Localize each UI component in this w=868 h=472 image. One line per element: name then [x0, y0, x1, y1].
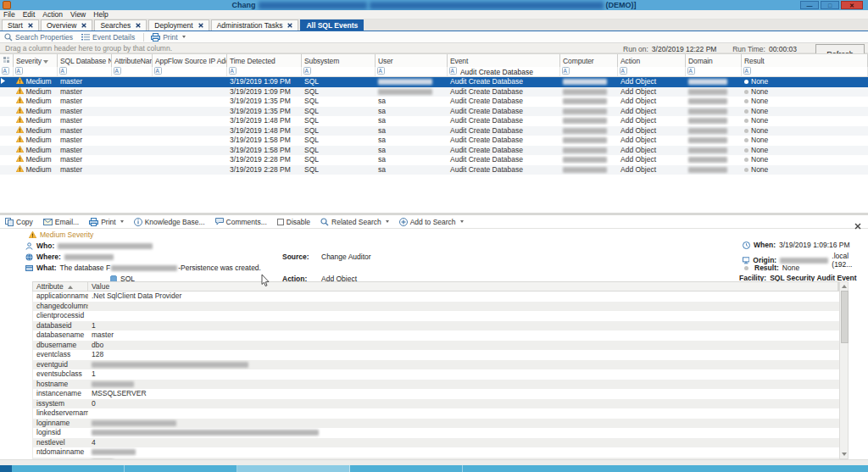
- filter-cell-domain[interactable]: A: [686, 67, 742, 77]
- tab-close-icon[interactable]: [287, 23, 292, 28]
- column-header-computer[interactable]: Computer: [560, 54, 618, 68]
- scroll-down-icon[interactable]: [842, 453, 847, 456]
- maximize-button[interactable]: □: [821, 1, 839, 9]
- attribute-row[interactable]: instancenameMSSQLSERVER: [33, 389, 840, 399]
- add-to-search-button[interactable]: Add to Search: [399, 218, 464, 226]
- event-row[interactable]: Mediummaster3/19/2019 1:09 PMSQLAudit Cr…: [0, 87, 868, 97]
- attribute-row[interactable]: databasenamemaster: [33, 330, 840, 341]
- taskbar-button[interactable]: [125, 465, 237, 472]
- tab-administration-tasks[interactable]: Administration Tasks: [211, 19, 299, 31]
- taskbar-button[interactable]: [237, 465, 350, 472]
- event-row[interactable]: Mediummaster3/19/2019 1:48 PMSQLsaAudit …: [0, 116, 868, 126]
- details-close-button[interactable]: [854, 218, 861, 233]
- column-header-subsystem[interactable]: Subsystem: [302, 54, 376, 68]
- attribute-row[interactable]: loginname: [33, 419, 840, 429]
- filter-cell-sql-database-name[interactable]: A: [58, 67, 112, 77]
- menu-item-help[interactable]: Help: [93, 10, 108, 19]
- filter-cell-severity[interactable]: A: [14, 67, 58, 77]
- attribute-row[interactable]: dbusernamedbo: [33, 341, 840, 351]
- attribute-row[interactable]: changedcolumns: [33, 302, 840, 312]
- tab-close-icon[interactable]: [198, 23, 203, 28]
- menu-item-action[interactable]: Action: [42, 10, 63, 19]
- related-search-button[interactable]: Related Search: [320, 218, 389, 226]
- tab-close-icon[interactable]: [136, 23, 141, 28]
- column-header-user[interactable]: User: [376, 54, 448, 68]
- scrollbar-thumb[interactable]: [841, 291, 849, 343]
- attribute-row[interactable]: hostname: [33, 380, 840, 390]
- taskbar-button[interactable]: [350, 465, 463, 472]
- event-row[interactable]: Mediummaster3/19/2019 1:58 PMSQLsaAudit …: [0, 136, 868, 146]
- filter-cell-computer[interactable]: A: [560, 67, 618, 77]
- knowledge-base-button[interactable]: Knowledge Base...: [134, 218, 205, 226]
- attribute-row[interactable]: eventclass128: [33, 350, 840, 360]
- attribute-row[interactable]: databaseid1: [33, 321, 840, 331]
- event-row[interactable]: Mediummaster3/19/2019 1:48 PMSQLsaAudit …: [0, 126, 868, 136]
- minimize-button[interactable]: —: [800, 1, 819, 9]
- scroll-up-icon[interactable]: [842, 285, 847, 288]
- filter-cell-attributename[interactable]: A: [112, 67, 153, 77]
- column-header-appflow-source-ip-address[interactable]: AppFlow Source IP Address: [153, 54, 227, 68]
- event-row[interactable]: Mediummaster3/19/2019 1:35 PMSQLsaAudit …: [0, 97, 868, 107]
- tab-searches[interactable]: Searches: [94, 19, 147, 31]
- attribute-row[interactable]: nestlevel4: [33, 438, 840, 448]
- filter-cell-appflow-source-ip-address[interactable]: A: [153, 67, 227, 77]
- menu-item-file[interactable]: File: [3, 10, 15, 19]
- cell-indicator: [0, 165, 14, 175]
- column-header-result[interactable]: Result: [742, 54, 868, 68]
- attribute-name: eventclass: [33, 350, 88, 360]
- attribute-row[interactable]: eventsubclass1: [33, 369, 840, 380]
- close-button[interactable]: ✕: [841, 1, 863, 9]
- event-row[interactable]: Mediummaster3/19/2019 1:35 PMSQLsaAudit …: [0, 107, 868, 117]
- tab-start[interactable]: Start: [2, 19, 39, 31]
- column-header-sql-database-name[interactable]: SQL Database Name: [58, 54, 112, 68]
- event-row[interactable]: Mediummaster3/19/2019 1:09 PMSQLAudit Cr…: [0, 77, 868, 87]
- tab-close-icon[interactable]: [28, 23, 33, 28]
- event-row[interactable]: Mediummaster3/19/2019 2:28 PMSQLsaAudit …: [0, 155, 868, 165]
- event-row[interactable]: Mediummaster3/19/2019 1:58 PMSQLsaAudit …: [0, 146, 868, 156]
- button-label: Related Search: [331, 218, 381, 226]
- attribute-column-header[interactable]: Attribute: [33, 282, 88, 291]
- copy-button[interactable]: Copy: [5, 218, 33, 226]
- tab-all-sql-events[interactable]: All SQL Events: [300, 19, 364, 31]
- attribute-row[interactable]: linkedservername: [33, 408, 840, 419]
- comments-button[interactable]: Comments...: [215, 218, 267, 226]
- detail-horizontal-scrollbar[interactable]: [0, 459, 868, 465]
- column-header-severity[interactable]: Severity: [14, 54, 58, 68]
- column-header-domain[interactable]: Domain: [686, 54, 742, 68]
- filter-cell-user[interactable]: A: [376, 67, 448, 77]
- attribute-row[interactable]: ntdomainname: [33, 447, 840, 458]
- menu-item-edit[interactable]: Edit: [23, 10, 36, 19]
- attribute-table-scrollbar[interactable]: [839, 281, 849, 459]
- filter-cell-indicator[interactable]: A: [0, 67, 14, 77]
- column-header-action[interactable]: Action: [618, 54, 686, 68]
- attribute-row[interactable]: applicationname.Net SqlClient Data Provi…: [33, 292, 840, 302]
- email-button[interactable]: Email...: [43, 218, 79, 226]
- print-button[interactable]: Print: [89, 218, 123, 226]
- tab-close-icon[interactable]: [81, 23, 86, 28]
- start-button[interactable]: [0, 465, 12, 472]
- attribute-row[interactable]: clientprocessid: [33, 311, 840, 321]
- row-indicator-header[interactable]: [0, 54, 14, 68]
- attribute-row[interactable]: loginsid: [33, 428, 840, 438]
- attribute-row[interactable]: eventguid: [33, 360, 840, 370]
- taskbar-button[interactable]: [12, 465, 125, 472]
- tab-overview[interactable]: Overview: [41, 19, 92, 31]
- filter-cell-subsystem[interactable]: A: [302, 67, 376, 77]
- event-row[interactable]: Mediummaster3/19/2019 2:28 PMSQLsaAudit …: [0, 165, 868, 175]
- attribute-row[interactable]: issystem0: [33, 399, 840, 409]
- disable-button[interactable]: Disable: [277, 218, 310, 226]
- filter-cell-time-detected[interactable]: A: [227, 67, 302, 77]
- event-details-button[interactable]: Event Details: [81, 33, 135, 42]
- filter-cell-result[interactable]: A: [742, 67, 868, 77]
- value-column-header[interactable]: Value: [88, 282, 838, 291]
- column-header-event[interactable]: Event: [448, 54, 560, 68]
- filter-cell-action[interactable]: A: [618, 67, 686, 77]
- add-icon: [399, 218, 408, 226]
- filter-cell-event[interactable]: A Audit Create Database: [448, 67, 560, 77]
- print-button[interactable]: Print: [151, 33, 185, 42]
- search-properties-button[interactable]: Search Properties: [4, 33, 73, 42]
- tab-deployment[interactable]: Deployment: [148, 19, 209, 31]
- column-header-attributename[interactable]: AttributeName: [112, 54, 153, 68]
- column-header-time-detected[interactable]: Time Detected: [227, 54, 302, 68]
- menu-item-view[interactable]: View: [70, 10, 86, 19]
